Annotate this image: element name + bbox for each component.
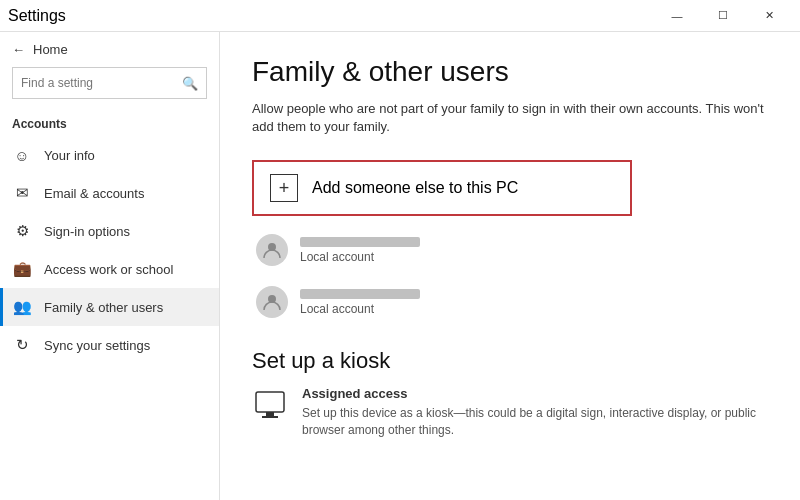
- add-plus-icon: +: [270, 174, 298, 202]
- minimize-button[interactable]: —: [654, 0, 700, 32]
- email-icon: ✉: [12, 184, 32, 202]
- nav-label-your-info: Your info: [44, 148, 95, 163]
- search-box[interactable]: 🔍: [12, 67, 207, 99]
- add-someone-button[interactable]: + Add someone else to this PC: [252, 160, 632, 216]
- user-type-1: Local account: [300, 250, 420, 264]
- titlebar-controls: — ☐ ✕: [654, 0, 792, 32]
- kiosk-info: Assigned access Set up this device as a …: [302, 386, 768, 439]
- kiosk-section-title: Set up a kiosk: [252, 348, 768, 374]
- nav-label-sync: Sync your settings: [44, 338, 150, 353]
- titlebar-left: Settings: [8, 7, 66, 25]
- back-button[interactable]: ← Home: [0, 32, 219, 67]
- page-description: Allow people who are not part of your fa…: [252, 100, 768, 136]
- titlebar: Settings — ☐ ✕: [0, 0, 800, 32]
- sidebar-item-family-users[interactable]: 👥 Family & other users: [0, 288, 219, 326]
- nav-label-work-school: Access work or school: [44, 262, 173, 277]
- kiosk-desc: Set up this device as a kiosk—this could…: [302, 405, 768, 439]
- user-row-2[interactable]: Local account: [252, 276, 632, 328]
- sign-in-icon: ⚙: [12, 222, 32, 240]
- sidebar-home-label: Home: [33, 42, 68, 57]
- nav-label-family: Family & other users: [44, 300, 163, 315]
- user-info-1: Local account: [300, 237, 420, 264]
- add-btn-label: Add someone else to this PC: [312, 179, 518, 197]
- family-icon: 👥: [12, 298, 32, 316]
- sidebar-item-sync[interactable]: ↻ Sync your settings: [0, 326, 219, 364]
- sidebar-item-email-accounts[interactable]: ✉ Email & accounts: [0, 174, 219, 212]
- sidebar: ← Home 🔍 Accounts ☺ Your info ✉ Email & …: [0, 32, 220, 500]
- sync-icon: ↻: [12, 336, 32, 354]
- kiosk-row: Assigned access Set up this device as a …: [252, 386, 768, 439]
- nav-label-email: Email & accounts: [44, 186, 144, 201]
- nav-label-sign-in: Sign-in options: [44, 224, 130, 239]
- close-button[interactable]: ✕: [746, 0, 792, 32]
- user-type-2: Local account: [300, 302, 420, 316]
- main-content: Family & other users Allow people who ar…: [220, 32, 800, 500]
- back-icon: ←: [12, 42, 25, 57]
- kiosk-name: Assigned access: [302, 386, 768, 401]
- kiosk-icon: [252, 388, 288, 439]
- svg-rect-2: [256, 392, 284, 412]
- user-avatar-2: [256, 286, 288, 318]
- user-row-1[interactable]: Local account: [252, 224, 632, 276]
- user-name-blur-1: [300, 237, 420, 247]
- svg-rect-4: [262, 416, 278, 418]
- search-input[interactable]: [21, 76, 176, 90]
- work-school-icon: 💼: [12, 260, 32, 278]
- user-info-2: Local account: [300, 289, 420, 316]
- sidebar-item-work-school[interactable]: 💼 Access work or school: [0, 250, 219, 288]
- svg-rect-3: [266, 412, 274, 416]
- sidebar-item-sign-in[interactable]: ⚙ Sign-in options: [0, 212, 219, 250]
- your-info-icon: ☺: [12, 147, 32, 164]
- search-icon: 🔍: [182, 76, 198, 91]
- page-title: Family & other users: [252, 56, 768, 88]
- user-avatar-1: [256, 234, 288, 266]
- accounts-section-label: Accounts: [0, 111, 219, 137]
- user-name-blur-2: [300, 289, 420, 299]
- app-body: ← Home 🔍 Accounts ☺ Your info ✉ Email & …: [0, 32, 800, 500]
- maximize-button[interactable]: ☐: [700, 0, 746, 32]
- sidebar-item-your-info[interactable]: ☺ Your info: [0, 137, 219, 174]
- titlebar-title: Settings: [8, 7, 66, 25]
